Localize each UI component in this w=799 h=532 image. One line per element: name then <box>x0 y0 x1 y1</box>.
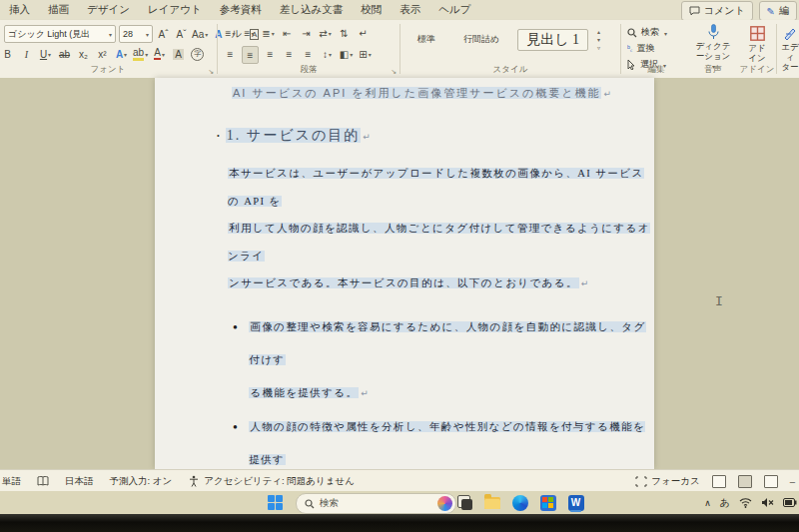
change-case-button[interactable]: Aa <box>192 26 208 42</box>
selected-text: 画像の整理や検索を容易にするために、人物の顔を自動的に認識し、タグ付けす <box>249 321 645 365</box>
numbering-button[interactable]: ≡ <box>242 25 257 41</box>
distribute-button[interactable]: ≡ <box>301 46 316 62</box>
search-icon <box>305 499 315 509</box>
ribbon-tab-差し込み文書[interactable]: 差し込み文書 <box>271 1 353 19</box>
print-layout-button[interactable] <box>738 475 752 488</box>
font-name-select[interactable]: ゴシック Light (見出 <box>4 25 116 43</box>
style-見出し 1[interactable]: 見出し 1 <box>517 29 588 51</box>
character-shading-button[interactable]: A <box>171 46 186 62</box>
decrease-indent-button[interactable]: ⇤ <box>280 25 295 41</box>
ribbon-tab-挿入[interactable]: 挿入 <box>0 1 39 19</box>
proofing-status[interactable] <box>37 476 49 486</box>
addins-button[interactable]: アドイン <box>739 26 775 63</box>
style-標準[interactable]: 標準 <box>407 29 445 50</box>
show-marks-button[interactable]: ↵ <box>356 25 371 41</box>
focus-mode-button[interactable]: フォーカス <box>635 475 699 488</box>
document-heading[interactable]: •1. サービスの目的↵ <box>217 127 654 145</box>
superscript-button[interactable]: x² <box>95 46 110 62</box>
paragraph-group-label: 段落 <box>219 64 399 76</box>
underline-button[interactable]: U <box>38 46 53 62</box>
read-mode-button[interactable] <box>712 475 726 488</box>
ribbon-tab-参考資料[interactable]: 参考資料 <box>211 1 271 19</box>
paragraph-line: ンサービスである。本サービスの目的は、以下のとおりである。↵ <box>228 269 654 298</box>
subscript-button[interactable]: x₂ <box>76 46 91 62</box>
strikethrough-button[interactable]: ab <box>57 46 72 62</box>
wifi-icon[interactable] <box>739 497 752 508</box>
taskbar-search[interactable]: 検索 <box>296 493 456 514</box>
borders-button[interactable]: ⊞ <box>358 46 373 62</box>
file-explorer-button[interactable] <box>482 493 501 512</box>
bullets-button[interactable]: ≡ <box>223 25 238 41</box>
shrink-font-button[interactable]: Aˇ <box>174 26 189 42</box>
ribbon-tab-デザイン[interactable]: デザイン <box>78 1 139 19</box>
ribbon-tab-レイアウト[interactable]: レイアウト <box>139 1 211 19</box>
word-count-label: 単語 <box>2 475 21 488</box>
ribbon-tab-ヘルプ[interactable]: ヘルプ <box>429 1 479 19</box>
align-left-button[interactable]: ≡ <box>223 46 238 62</box>
sort-button[interactable]: ⇅ <box>337 25 352 41</box>
line-spacing-icon: ↕ <box>323 49 328 60</box>
search-highlight-image[interactable] <box>437 496 452 511</box>
align-right-button[interactable]: ≡ <box>263 46 278 62</box>
word-taskbar-button[interactable]: W <box>566 493 585 512</box>
body-paragraph[interactable]: 本サービスは、ユーザーがアップロードした複数枚の画像から、AI サービスの AP… <box>228 160 654 298</box>
ribbon: ゴシック Light (見出 28 AˆAˇAaAルA BIUabx₂x²Aab… <box>0 20 799 79</box>
zoom-out-button[interactable]: – <box>790 476 795 487</box>
volume-muted-icon[interactable] <box>761 497 774 508</box>
editing-mode-button[interactable]: ✎ 編 <box>759 1 797 21</box>
accessibility-status[interactable]: アクセシビリティ: 問題ありません <box>188 475 355 488</box>
task-view-button[interactable] <box>454 493 473 512</box>
edge-button[interactable] <box>510 493 529 512</box>
find-button[interactable]: 検索 <box>627 26 667 39</box>
font-size-select[interactable]: 28 <box>119 25 153 43</box>
enclose-character-button[interactable]: 字 <box>190 46 205 62</box>
document-title[interactable]: AI サービスの API を利用した画像管理サービスの概要と機能↵ <box>213 86 632 101</box>
replace-button[interactable]: ᵇ꜀ 置換 <box>627 42 667 55</box>
selected-text: る機能を提供する。 <box>249 387 359 398</box>
selected-text: 利用して人物の顔を認識し、人物ごとにタグ付けして管理できるようにするオンライ <box>228 223 650 262</box>
ime-indicator[interactable]: あ <box>720 496 730 510</box>
character-scaling-button[interactable]: ⇄ <box>318 25 333 41</box>
italic-button[interactable]: I <box>19 46 34 62</box>
ribbon-tab-描画[interactable]: 描画 <box>39 1 78 19</box>
prediction-label: 予測入力: オン <box>110 475 173 488</box>
styles-gallery-scroll[interactable]: ▴ ▾ ▿ <box>597 28 600 51</box>
shading-color-button[interactable]: ◧ <box>339 46 354 62</box>
align-center-button[interactable]: ≡ <box>242 46 259 64</box>
battery-icon[interactable] <box>783 498 797 507</box>
show-hidden-icons-button[interactable]: ∧ <box>704 498 711 508</box>
numbering-icon: ≡ <box>245 28 251 39</box>
justify-button[interactable]: ≡ <box>282 46 297 62</box>
increase-indent-button[interactable]: ⇥ <box>299 25 314 41</box>
text-effects-button[interactable]: A <box>114 46 129 62</box>
align-center-icon: ≡ <box>248 50 254 61</box>
ribbon-tab-表示[interactable]: 表示 <box>391 1 429 19</box>
font-dialog-launcher[interactable]: ↘ <box>208 68 214 76</box>
grow-font-button[interactable]: Aˆ <box>156 26 171 42</box>
line-spacing-button[interactable]: ↕ <box>320 46 335 62</box>
language-status[interactable]: 日本語 <box>65 475 94 488</box>
font-color-button[interactable]: A <box>152 46 167 62</box>
ribbon-tab-校閲[interactable]: 校閲 <box>352 1 391 19</box>
word-count[interactable]: 単語 <box>2 475 21 488</box>
highlight-color-button[interactable]: ab <box>133 46 148 62</box>
subscript-icon: x₂ <box>79 49 88 60</box>
paragraph-dialog-launcher[interactable]: ↘ <box>391 68 397 76</box>
prediction-status[interactable]: 予測入力: オン <box>110 475 173 488</box>
editor-pen-icon <box>783 26 797 40</box>
multilevel-list-button[interactable]: ≣ <box>261 25 276 41</box>
bullet-item[interactable]: ●画像の整理や検索を容易にするために、人物の顔を自動的に認識し、タグ付けする機能… <box>233 310 654 410</box>
bullet-item[interactable]: ●人物の顔の特徴や属性を分析し、年齢や性別などの情報を付与する機能を提供する。↵ <box>233 410 654 470</box>
document-page[interactable]: AI サービスの API を利用した画像管理サービスの概要と機能↵•1. サービ… <box>155 78 654 469</box>
start-button[interactable] <box>266 493 285 512</box>
style-行間詰め[interactable]: 行間詰め <box>453 29 509 50</box>
web-layout-button[interactable] <box>764 475 778 488</box>
folder-icon <box>484 497 500 509</box>
bold-button[interactable]: B <box>0 46 15 62</box>
heading-collapse-dot: • <box>217 132 222 141</box>
italic-icon: I <box>25 49 28 60</box>
editor-button[interactable]: エディター <box>781 26 799 73</box>
laptop-bezel <box>0 514 799 532</box>
microsoft-store-button[interactable] <box>538 493 557 512</box>
comments-button[interactable]: コメント <box>681 1 753 21</box>
